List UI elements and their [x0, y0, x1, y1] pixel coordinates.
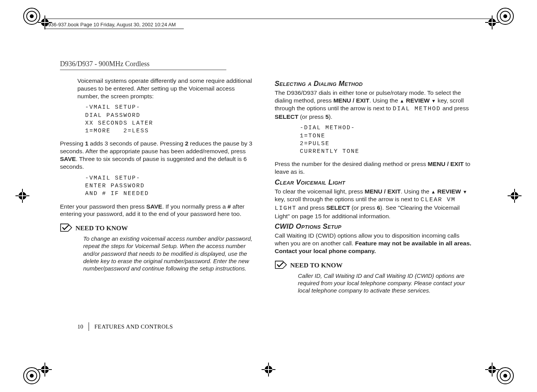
- registration-mark-icon: [497, 8, 514, 25]
- paragraph: Voicemail systems operate differently an…: [77, 77, 257, 100]
- document-header: D936-937.book Page 10 Friday, August 30,…: [44, 22, 493, 27]
- paragraph: Press the number for the desired dialing…: [275, 160, 472, 176]
- paragraph: The D936/D937 dials in either tone or pu…: [275, 89, 472, 120]
- frame-line: [44, 19, 493, 19]
- footer-divider: [89, 322, 89, 331]
- checkmark-tag-icon: [60, 223, 72, 233]
- screen-prompt: -VMAIL SETUP- ENTER PASSWORD AND # IF NE…: [85, 175, 257, 198]
- page-footer: 10 FEATURES AND CONTROLS: [77, 322, 173, 331]
- section-heading: Selecting a Dialing Method: [275, 79, 472, 88]
- registration-mark-icon: [497, 367, 514, 384]
- section-heading: CWID Options Setup: [275, 222, 472, 231]
- right-column: Selecting a Dialing Method The D936/D937…: [275, 77, 472, 294]
- screen-prompt: -DIAL METHOD- 1=TONE 2=PULSE CURRENTLY T…: [300, 124, 472, 156]
- frame-line: [44, 29, 184, 29]
- need-to-know-block: NEED TO KNOW: [60, 224, 257, 233]
- need-to-know-block: NEED TO KNOW: [275, 261, 472, 270]
- crosshair-icon: [38, 363, 52, 377]
- down-arrow-icon: [431, 97, 436, 104]
- paragraph: To clear the voicemail light, press MENU…: [275, 188, 472, 220]
- crosshair-icon: [262, 363, 275, 377]
- model-title: D936/D937 - 900MHz Cordless: [60, 60, 486, 68]
- page-number: 10: [77, 324, 83, 330]
- crosshair-icon: [508, 189, 522, 203]
- paragraph: Enter your password then press SAVE. If …: [60, 203, 257, 218]
- screen-prompt: -VMAIL SETUP- DIAL PASSWORD XX SECONDS L…: [85, 104, 257, 135]
- up-arrow-icon: [431, 188, 436, 195]
- up-arrow-icon: [400, 97, 404, 104]
- down-arrow-icon: [463, 188, 467, 195]
- crosshair-icon: [485, 363, 499, 377]
- need-to-know-title: NEED TO KNOW: [75, 224, 128, 233]
- left-column: Voicemail systems operate differently an…: [60, 77, 257, 294]
- paragraph: Call Waiting ID (CWID) options allow you…: [275, 232, 472, 255]
- section-heading: Clear Voicemail Light: [275, 178, 472, 187]
- need-to-know-body: To change an existing voicemail access n…: [83, 235, 257, 272]
- title-underline: [60, 70, 226, 70]
- checkmark-tag-icon: [275, 260, 287, 270]
- crosshair-icon: [15, 189, 29, 203]
- need-to-know-body: Caller ID, Call Waiting ID and Call Wait…: [298, 272, 472, 294]
- paragraph: Pressing 1 adds 3 seconds of pause. Pres…: [60, 140, 257, 170]
- section-name: FEATURES AND CONTROLS: [94, 324, 173, 330]
- need-to-know-title: NEED TO KNOW: [290, 261, 342, 270]
